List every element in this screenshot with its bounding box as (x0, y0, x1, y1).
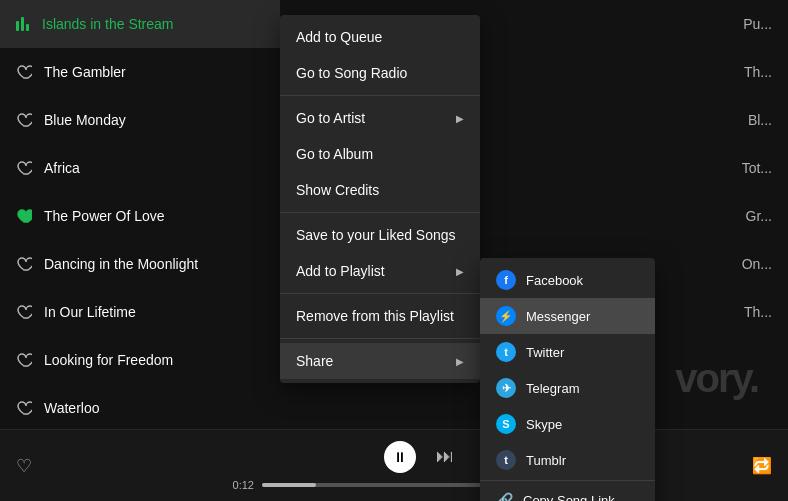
player-controls: ⏸ ⏭ (384, 441, 454, 473)
menu-separator (280, 95, 480, 96)
heart-icon (16, 112, 32, 128)
menu-item-label: Show Credits (296, 182, 379, 198)
song-name: Blue Monday (44, 112, 126, 128)
menu-separator (280, 293, 480, 294)
share-label: Messenger (526, 309, 590, 324)
share-telegram[interactable]: ✈ Telegram (480, 370, 655, 406)
artist-song: Tot... (742, 160, 772, 176)
menu-item-go-to-song-radio[interactable]: Go to Song Radio (280, 55, 480, 91)
list-item[interactable]: The Gambler (0, 48, 280, 96)
link-icon: 🔗 (496, 492, 513, 501)
menu-item-remove-from-playlist[interactable]: Remove from this Playlist (280, 298, 480, 334)
twitter-icon: t (496, 342, 516, 362)
heart-icon (16, 400, 32, 416)
share-tumblr[interactable]: t Tumblr (480, 442, 655, 478)
share-twitter[interactable]: t Twitter (480, 334, 655, 370)
artist-song: Th... (744, 304, 772, 320)
menu-item-label: Add to Queue (296, 29, 382, 45)
menu-item-share[interactable]: Share ▶ (280, 343, 480, 379)
share-label: Telegram (526, 381, 579, 396)
heart-icon (16, 64, 32, 80)
list-item[interactable]: Africa (0, 144, 280, 192)
chevron-right-icon: ▶ (456, 266, 464, 277)
heart-icon (16, 352, 32, 368)
artist-song: Gr... (746, 208, 772, 224)
artist-song: Th... (744, 64, 772, 80)
tumblr-icon: t (496, 450, 516, 470)
list-item[interactable]: Blue Monday (0, 96, 280, 144)
menu-item-save-liked[interactable]: Save to your Liked Songs (280, 217, 480, 253)
heart-icon-filled (16, 208, 32, 224)
menu-item-label: Go to Song Radio (296, 65, 407, 81)
progress-fill (262, 483, 316, 487)
song-name: Waterloo (44, 400, 100, 416)
song-name: The Power Of Love (44, 208, 165, 224)
share-messenger[interactable]: ⚡ Messenger (480, 298, 655, 334)
heart-icon (16, 160, 32, 176)
song-name: Dancing in the Moonlight (44, 256, 198, 272)
list-item[interactable]: Waterloo (0, 384, 280, 432)
artist-song: Bl... (748, 112, 772, 128)
list-item[interactable]: Looking for Freedom (0, 336, 280, 384)
song-name: Africa (44, 160, 80, 176)
pause-icon: ⏸ (393, 449, 407, 465)
menu-item-go-to-artist[interactable]: Go to Artist ▶ (280, 100, 480, 136)
menu-separator (280, 212, 480, 213)
active-song-name: Islands in the Stream (42, 16, 174, 32)
menu-item-show-credits[interactable]: Show Credits (280, 172, 480, 208)
artist-song: On... (742, 256, 772, 272)
share-label: Copy Song Link (523, 493, 615, 502)
share-submenu: f Facebook ⚡ Messenger t Twitter ✈ Teleg… (480, 258, 655, 501)
menu-separator (480, 480, 655, 481)
menu-item-add-to-playlist[interactable]: Add to Playlist ▶ (280, 253, 480, 289)
current-time: 0:12 (219, 479, 254, 491)
brand-watermark: vory. (675, 356, 758, 401)
menu-item-label: Add to Playlist (296, 263, 385, 279)
bar1 (16, 21, 19, 31)
song-name: The Gambler (44, 64, 126, 80)
share-label: Twitter (526, 345, 564, 360)
list-item[interactable]: The Power Of Love (0, 192, 280, 240)
heart-icon (16, 304, 32, 320)
chevron-right-icon: ▶ (456, 113, 464, 124)
facebook-icon: f (496, 270, 516, 290)
next-icon: ⏭ (436, 446, 454, 466)
chevron-right-icon: ▶ (456, 356, 464, 367)
bar3 (26, 24, 29, 31)
context-menu: Add to Queue Go to Song Radio Go to Arti… (280, 15, 480, 383)
pause-button[interactable]: ⏸ (384, 441, 416, 473)
menu-separator (280, 338, 480, 339)
menu-item-label: Share (296, 353, 333, 369)
telegram-icon: ✈ (496, 378, 516, 398)
share-label: Facebook (526, 273, 583, 288)
share-label: Tumblr (526, 453, 566, 468)
menu-item-add-to-queue[interactable]: Add to Queue (280, 19, 480, 55)
share-skype[interactable]: S Skype (480, 406, 655, 442)
song-name: Looking for Freedom (44, 352, 173, 368)
skype-icon: S (496, 414, 516, 434)
heart-icon (16, 256, 32, 272)
bar2 (21, 17, 24, 31)
playing-bars-icon (16, 17, 30, 31)
song-item-active[interactable]: Islands in the Stream (0, 0, 280, 48)
list-item[interactable]: In Our Lifetime (0, 288, 280, 336)
player-heart-button[interactable]: ♡ (16, 455, 32, 477)
menu-item-label: Go to Artist (296, 110, 365, 126)
messenger-icon: ⚡ (496, 306, 516, 326)
menu-item-label: Remove from this Playlist (296, 308, 454, 324)
menu-item-label: Save to your Liked Songs (296, 227, 456, 243)
artist-song: Pu... (743, 16, 772, 32)
list-item[interactable]: Dancing in the Moonlight (0, 240, 280, 288)
player-left: ♡ (16, 455, 216, 477)
repeat-icon[interactable]: 🔁 (752, 456, 772, 475)
share-facebook[interactable]: f Facebook (480, 262, 655, 298)
menu-item-go-to-album[interactable]: Go to Album (280, 136, 480, 172)
song-name: In Our Lifetime (44, 304, 136, 320)
next-button[interactable]: ⏭ (436, 446, 454, 467)
share-label: Skype (526, 417, 562, 432)
song-list: Islands in the Stream The Gambler Blue M… (0, 0, 280, 450)
menu-item-label: Go to Album (296, 146, 373, 162)
player-bar: ♡ ⏸ ⏭ 0:12 🔁 (0, 429, 788, 501)
share-copy-song-link[interactable]: 🔗 Copy Song Link (480, 483, 655, 501)
